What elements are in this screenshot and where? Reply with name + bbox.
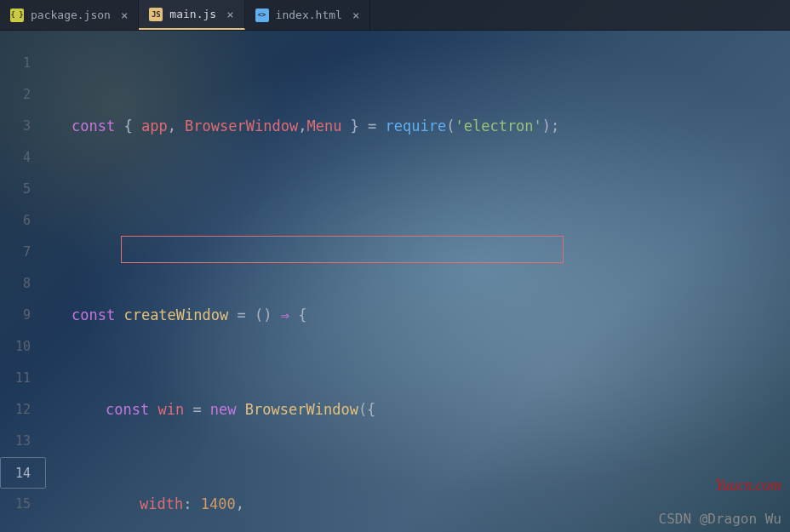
js-file-icon: JS <box>149 8 163 21</box>
tab-label: index.html <box>276 9 342 21</box>
tab-main-js[interactable]: JS main.js × <box>139 0 244 30</box>
close-icon[interactable]: × <box>121 9 128 22</box>
tab-label: main.js <box>169 8 216 20</box>
tab-index-html[interactable]: <> index.html × <box>245 0 371 30</box>
code-line-4: const win = new BrowserWindow({ <box>46 394 790 426</box>
watermark-csdn: CSDN @Dragon Wu <box>659 511 782 527</box>
code-content[interactable]: const { app, BrowserWindow,Menu } = requ… <box>46 31 790 532</box>
code-line-1: const { app, BrowserWindow,Menu } = requ… <box>46 111 790 142</box>
tab-label: package.json <box>31 9 111 21</box>
code-line-3: const createWindow = () ⇒ { <box>46 300 790 331</box>
watermark-yuucn: Yuucn.com <box>715 477 781 495</box>
code-editor[interactable]: 1 2 3 4 5 6 7 8 9 10 11 12 13 14 15 cons… <box>0 31 790 532</box>
close-icon[interactable]: × <box>352 9 359 22</box>
close-icon[interactable]: × <box>226 8 233 21</box>
tab-package-json[interactable]: { } package.json × <box>0 0 139 30</box>
code-line-2 <box>46 205 790 237</box>
line-number-gutter: 1 2 3 4 5 6 7 8 9 10 11 12 13 14 15 <box>0 31 46 532</box>
json-file-icon: { } <box>10 9 24 22</box>
html-file-icon: <> <box>255 9 269 22</box>
editor-tabs: { } package.json × JS main.js × <> index… <box>0 0 790 31</box>
